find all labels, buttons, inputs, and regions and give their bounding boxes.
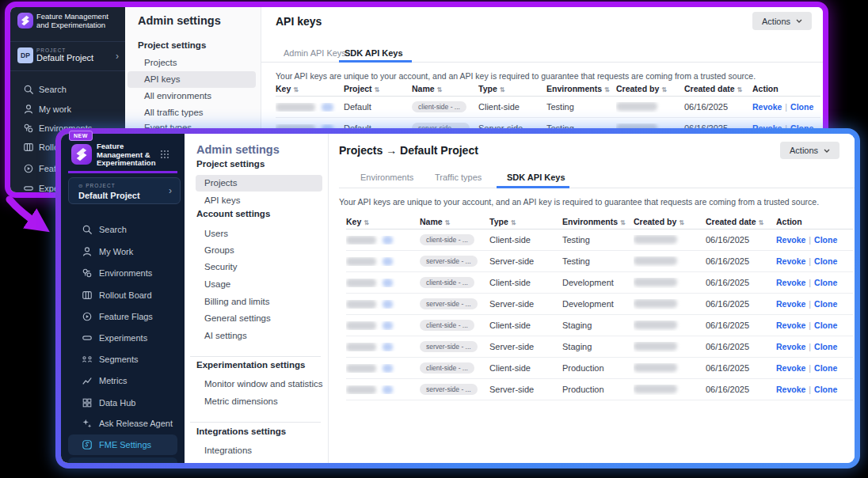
admin-item-general-settings[interactable]: General settings [204,313,271,323]
column-header[interactable]: Key⇅ [346,217,420,226]
project-selector[interactable]: ⊙ PROJECT Default Project › [68,177,181,204]
clone-link[interactable]: Clone [814,321,837,330]
column-header[interactable]: Action⇅ [752,84,820,93]
table-row[interactable]: server-side - ... Server-side Staging 06… [346,336,853,358]
sort-icon[interactable]: ⇅ [437,86,443,93]
sort-icon[interactable]: ⇅ [364,219,369,226]
table-row[interactable]: server-side - ... Server-side Production… [346,379,853,400]
sidebar-item-ask-release-agent[interactable]: Ask Release Agent [68,413,177,434]
revoke-link[interactable]: Revoke [776,278,805,287]
sidebar-item-metrics[interactable]: Metrics [68,370,177,391]
sort-icon[interactable]: ⇅ [620,219,626,226]
admin-item-users[interactable]: Users [204,229,228,238]
admin-item-integrations[interactable]: Integrations [204,446,252,455]
sort-icon[interactable]: ⇅ [759,219,764,226]
sidebar-item-search[interactable]: Search [10,80,125,99]
copy-icon[interactable] [322,103,333,112]
admin-item-all-traffic-types[interactable]: All traffic types [144,108,204,117]
chevron-right-icon[interactable]: › [116,51,119,62]
clone-link[interactable]: Clone [814,256,837,266]
copy-icon[interactable] [383,236,393,245]
sort-icon[interactable]: ⇅ [737,86,743,93]
admin-item-all-environments[interactable]: All environments [144,91,211,101]
column-header[interactable]: Created by⇅ [634,217,706,226]
clone-link[interactable]: Clone [814,342,837,351]
sort-icon[interactable]: ⇅ [293,86,299,93]
sidebar-item-rollout-board[interactable]: Rollout Board [68,285,177,305]
sort-icon[interactable]: ⇅ [511,219,516,226]
sidebar-item-fme-settings[interactable]: FME Settings [68,434,177,455]
actions-button[interactable]: Actions [780,142,839,159]
table-row[interactable]: client-side - ... Client-side Developmen… [346,272,853,294]
sort-icon[interactable]: ⇅ [679,219,684,226]
tab-sdk-api-keys[interactable]: SDK API Keys [345,48,403,58]
clone-link[interactable]: Clone [814,385,837,394]
revoke-link[interactable]: Revoke [752,102,782,112]
table-row[interactable]: client-side - ... Client-side Testing 06… [346,230,853,251]
sidebar-item-environments[interactable]: Environments [68,263,177,283]
clone-link[interactable]: Clone [814,235,837,245]
clone-link[interactable]: Clone [814,278,837,287]
admin-item-projects[interactable]: Projects [144,58,177,67]
sidebar-item-search[interactable]: Search [68,219,177,240]
column-header[interactable]: Type⇅ [489,217,562,226]
sort-icon[interactable]: ⇅ [445,219,451,226]
revoke-link[interactable]: Revoke [776,256,805,266]
tab-traffic-types[interactable]: Traffic types [435,173,482,182]
admin-item-metric-dimensions[interactable]: Metric dimensions [204,396,278,406]
sort-icon[interactable]: ⇅ [604,86,610,93]
tab-environments[interactable]: Environments [360,173,413,182]
admin-item-api-keys[interactable]: API keys [204,195,240,205]
sidebar-item-segments[interactable]: Segments [68,349,177,370]
admin-item-security[interactable]: Security [204,262,238,271]
column-header[interactable]: Project⇅ [344,84,412,93]
table-row[interactable]: client-side - ... Client-side Production… [346,358,853,379]
copy-icon[interactable] [383,343,393,351]
copy-icon[interactable] [383,364,393,373]
copy-icon[interactable] [383,300,393,309]
sidebar-item-experiments[interactable]: Experiments [68,328,177,348]
admin-item-usage[interactable]: Usage [204,279,230,289]
revoke-link[interactable]: Revoke [776,235,805,245]
admin-item-api-keys[interactable]: API keys [144,74,180,84]
sidebar-item-my-work[interactable]: My work [10,100,125,119]
sidebar-item-data-hub[interactable]: Data Hub [68,393,177,413]
copy-icon[interactable] [383,385,393,394]
column-header[interactable]: Action⇅ [776,217,853,226]
tab-sdk-api-keys[interactable]: SDK API Keys [507,173,565,182]
admin-item-groups[interactable]: Groups [204,245,234,255]
column-header[interactable]: Type⇅ [478,84,546,93]
admin-item-monitor-window[interactable]: Monitor window and statistics [204,379,323,389]
sort-icon[interactable]: ⇅ [375,86,380,93]
column-header[interactable]: Name⇅ [420,217,489,226]
clone-link[interactable]: Clone [814,299,837,309]
revoke-link[interactable]: Revoke [776,385,805,394]
table-row[interactable]: server-side - ... Server-side Testing 06… [346,251,853,272]
column-header[interactable]: Environments⇅ [546,84,616,93]
admin-item-projects[interactable]: Projects [204,178,238,188]
column-header[interactable]: Created by⇅ [616,84,684,93]
tab-admin-api-keys[interactable]: Admin API Keys [284,48,346,58]
table-row[interactable]: client-side - ... Client-side Staging 06… [346,315,853,336]
copy-icon[interactable] [383,257,393,266]
table-row[interactable]: Default client-side - ... Client-side Te… [276,97,820,118]
column-header[interactable]: Key⇅ [276,84,344,93]
copy-icon[interactable] [383,321,393,330]
sort-icon[interactable]: ⇅ [661,86,667,93]
admin-item-ai-settings[interactable]: AI settings [204,331,247,340]
column-header[interactable]: Created date⇅ [706,217,776,226]
table-row[interactable]: server-side - ... Server-side Developmen… [346,294,853,315]
column-header[interactable]: Name⇅ [412,84,478,93]
project-selector[interactable]: PROJECT Default Project [36,47,93,63]
revoke-link[interactable]: Revoke [776,363,805,373]
admin-item-billing-and-limits[interactable]: Billing and limits [204,297,269,306]
sort-icon[interactable]: ⇅ [500,86,505,93]
revoke-link[interactable]: Revoke [776,342,805,351]
column-header[interactable]: Environments⇅ [562,217,634,226]
actions-button[interactable]: Actions [752,12,812,30]
clone-link[interactable]: Clone [814,363,837,373]
clone-link[interactable]: Clone [790,102,813,112]
app-grid-icon[interactable] [160,150,169,159]
sidebar-item-my-work[interactable]: My Work [68,241,177,262]
column-header[interactable]: Created date⇅ [684,84,752,93]
